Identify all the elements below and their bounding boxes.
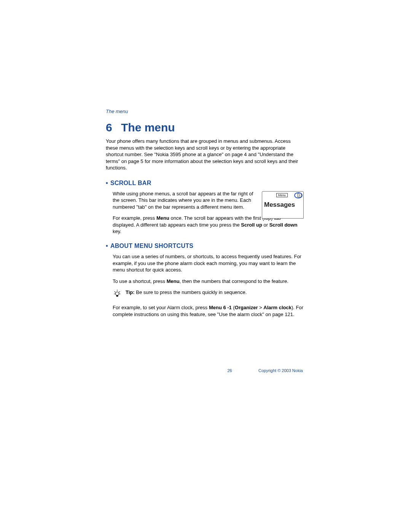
- shortcuts-para2: To use a shortcut, press Menu, then the …: [113, 278, 304, 285]
- svg-rect-6: [116, 296, 118, 297]
- svg-line-2: [115, 292, 115, 292]
- section-heading-shortcuts-text: ABOUT MENU SHORTCUTS: [110, 243, 193, 249]
- copyright-text: Copyright © 2003 Nokia: [258, 368, 303, 373]
- shortcuts-para1: You can use a series of numbers, or shor…: [113, 253, 304, 273]
- section-heading-scrollbar-row: •SCROLL BAR: [106, 180, 304, 187]
- screen-menu-label: Menu: [276, 193, 288, 197]
- shortcuts-section-body: You can use a series of numbers, or shor…: [106, 253, 304, 318]
- phone-screen-illustration: Menu 1 Messages: [262, 191, 304, 219]
- intro-paragraph: Your phone offers many functions that ar…: [106, 138, 304, 171]
- tip-row: Tip: Be sure to press the numbers quickl…: [113, 289, 304, 299]
- svg-line-3: [119, 292, 120, 292]
- tip-text: Tip: Be sure to press the numbers quickl…: [126, 289, 304, 296]
- page-footer: 26 Copyright © 2003 Nokia: [106, 368, 304, 373]
- chapter-title: 6The menu: [106, 121, 304, 134]
- circle-annotation-icon: [294, 192, 303, 198]
- section-heading-scrollbar-text: SCROLL BAR: [110, 180, 151, 186]
- section-heading-scrollbar: •SCROLL BAR: [113, 180, 304, 187]
- document-page: The menu 6The menu Your phone offers man…: [106, 109, 304, 322]
- screen-box: Menu 1 Messages: [262, 191, 304, 219]
- section-heading-shortcuts-row: •ABOUT MENU SHORTCUTS: [106, 243, 304, 249]
- chapter-title-text: The menu: [121, 121, 175, 134]
- running-header: The menu: [106, 109, 304, 114]
- lightbulb-icon: [113, 289, 122, 299]
- section-heading-shortcuts: •ABOUT MENU SHORTCUTS: [113, 243, 304, 249]
- shortcuts-para3: For example, to set your Alarm clock, pr…: [113, 304, 304, 318]
- bullet-icon: •: [106, 243, 108, 249]
- scrollbar-section: Menu 1 Messages While using phone menus,…: [106, 190, 304, 235]
- svg-point-0: [115, 292, 119, 296]
- bullet-icon: •: [106, 180, 108, 187]
- page-number: 26: [222, 368, 237, 373]
- scrollbar-para1: While using phone menus, a scroll bar ap…: [113, 190, 261, 211]
- chapter-number: 6: [106, 121, 121, 134]
- screen-big-text: Messages: [264, 201, 301, 209]
